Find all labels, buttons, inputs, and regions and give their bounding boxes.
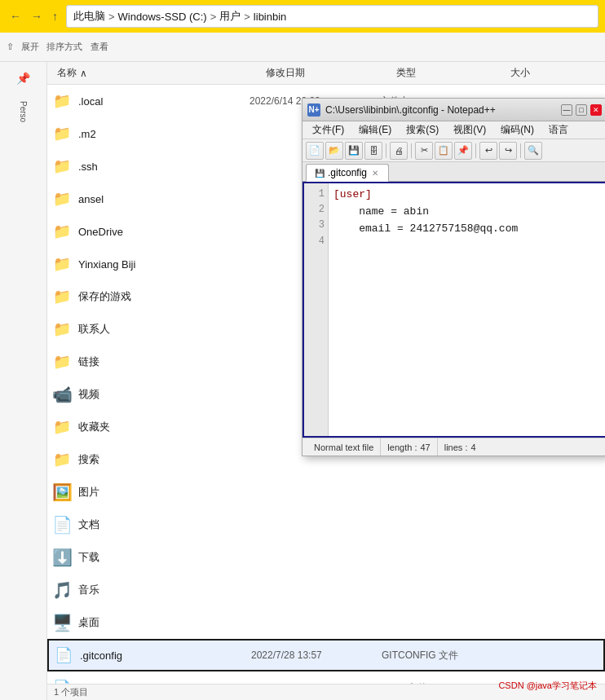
explorer-titlebar: ← → ↑ 此电脑 > Windows-SSD (C:) > 用户 > libi… [0, 0, 605, 33]
menu-view[interactable]: 视图(V) [447, 121, 492, 139]
notepad-title: C:\Users\libinbin\.gitconfig - Notepad++ [325, 104, 556, 116]
notepad-app-icon: N+ [307, 103, 320, 117]
toolbar-new[interactable]: 📄 [306, 142, 324, 160]
file-name: 下载 [78, 550, 250, 565]
code-line-2: name = abin [333, 205, 429, 218]
col-date-header[interactable]: 修改日期 [259, 66, 390, 80]
up-arrow[interactable]: ↑ [49, 8, 61, 24]
file-name: Yinxiang Biji [78, 258, 250, 271]
line-number: 2 [304, 202, 325, 218]
file-name: 文档 [78, 517, 250, 532]
toolbar-print[interactable]: 🖨 [390, 142, 408, 160]
list-item-gitconfig[interactable]: 📄 .gitconfig 2022/7/28 13:57 GITCONFIG 文… [47, 639, 605, 671]
toolbar-find[interactable]: 🔍 [524, 142, 542, 160]
col-size-label: 大小 [510, 67, 530, 78]
list-item[interactable]: ⬇️ 下载 [47, 541, 605, 574]
window-controls: — □ ✕ [561, 104, 602, 116]
file-name: 搜索 [78, 452, 250, 467]
maximize-button[interactable]: □ [576, 104, 587, 116]
line-number: 3 [304, 218, 325, 233]
toolbar-saveall[interactable]: 🗄 [364, 142, 382, 160]
toolbar-open[interactable]: 📂 [325, 142, 343, 160]
toolbar-paste[interactable]: 📌 [454, 142, 472, 160]
file-name: 音乐 [78, 583, 250, 597]
folder-icon: 📁 [51, 448, 73, 471]
notepad-toolbar: 📄 📂 💾 🗄 🖨 ✂ 📋 📌 ↩ ↪ 🔍 [302, 139, 605, 162]
nav-arrows: ← → ↑ [7, 8, 61, 24]
file-name: .m2 [78, 128, 250, 140]
pin-icon[interactable]: 📌 [14, 68, 33, 88]
list-item[interactable]: 🖥️ 桌面 [47, 606, 605, 639]
toolbar-redo[interactable]: ↪ [499, 142, 517, 160]
file-type: GITCONFIG 文件 [382, 649, 496, 663]
filetype-label: Normal text file [314, 442, 373, 452]
col-name-header[interactable]: 名称 ∧ [47, 66, 259, 80]
folder-music-icon: 🎵 [51, 579, 73, 601]
folder-icon: 📁 [51, 220, 73, 243]
tab-gitconfig[interactable]: 💾 .gitconfig ✕ [306, 164, 389, 182]
folder-desktop-icon: 🖥️ [51, 611, 73, 634]
folder-download-icon: ⬇️ [51, 546, 73, 569]
folder-doc-icon: 📄 [51, 513, 73, 536]
watermark: CSDN @java学习笔记本 [498, 680, 597, 692]
file-name: 收藏夹 [78, 420, 250, 434]
column-header: 名称 ∧ 修改日期 类型 大小 [47, 62, 605, 85]
breadcrumb-sep-0: > [108, 11, 115, 23]
menu-edit[interactable]: 编辑(E) [352, 121, 398, 139]
toolbar-text: ⇧ 展开 排序方式 查看 [7, 41, 108, 53]
notepad-menubar: 文件(F) 编辑(E) 搜索(S) 视图(V) 编码(N) 语言 [302, 121, 605, 139]
back-arrow[interactable]: ← [7, 8, 24, 24]
sidebar-label: Perso [19, 101, 28, 122]
code-line-3: email = 2412757158@qq.com [333, 222, 518, 235]
menu-encoding[interactable]: 编码(N) [494, 121, 541, 139]
col-type-label: 类型 [396, 67, 416, 78]
notepad-window: N+ C:\Users\libinbin\.gitconfig - Notepa… [302, 98, 605, 456]
menu-language[interactable]: 语言 [542, 121, 575, 139]
file-date: 2022/7/28 13:57 [251, 649, 382, 661]
breadcrumb-sep-1: > [210, 11, 217, 23]
toolbar-sep-3 [475, 143, 476, 158]
lines-value: 4 [470, 442, 475, 452]
close-button[interactable]: ✕ [590, 104, 602, 116]
notepad-editor[interactable]: 1 2 3 4 [user] name = abin email = 24127… [302, 182, 605, 438]
minimize-button[interactable]: — [561, 104, 572, 116]
keyword-user: [user] [333, 188, 372, 200]
length-value: 47 [420, 442, 430, 452]
list-item[interactable]: 🎵 音乐 [47, 574, 605, 606]
file-conf-icon: 📄 [51, 676, 73, 684]
tab-close-button[interactable]: ✕ [370, 168, 380, 178]
toolbar-save[interactable]: 💾 [345, 142, 363, 160]
file-gitconfig-icon: 📄 [52, 644, 75, 667]
status-filetype: Normal text file [307, 438, 381, 456]
explorer-toolbar: ⇧ 展开 排序方式 查看 [0, 33, 605, 62]
forward-arrow[interactable]: → [28, 8, 46, 24]
toolbar-undo[interactable]: ↩ [479, 142, 497, 160]
breadcrumb-part-0: 此电脑 [73, 9, 105, 24]
length-label: length : [387, 442, 417, 452]
breadcrumb-part-3: libinbin [254, 11, 286, 23]
status-length: length : 47 [381, 438, 437, 456]
list-item[interactable]: 🖼️ 图片 [47, 476, 605, 508]
toolbar-copy[interactable]: 📋 [435, 142, 453, 160]
menu-search[interactable]: 搜索(S) [400, 121, 445, 139]
file-name: .gitconfig [80, 649, 251, 662]
breadcrumb-sep-2: > [244, 11, 250, 23]
editor-content[interactable]: [user] name = abin email = 2412757158@qq… [329, 183, 605, 436]
folder-icon: 📁 [51, 122, 73, 145]
toolbar-cut[interactable]: ✂ [415, 142, 433, 160]
breadcrumb[interactable]: 此电脑 > Windows-SSD (C:) > 用户 > libinbin [66, 5, 598, 28]
folder-icon: 📁 [51, 155, 73, 178]
toolbar-sep-2 [411, 143, 412, 158]
toolbar-sep-1 [386, 143, 386, 158]
file-name: 桌面 [78, 615, 250, 630]
col-type-header[interactable]: 类型 [390, 66, 504, 80]
breadcrumb-part-1: Windows-SSD (C:) [118, 11, 207, 23]
col-size-header[interactable]: 大小 [504, 66, 605, 80]
list-item[interactable]: 📄 文档 [47, 508, 605, 541]
file-name: 图片 [78, 485, 250, 500]
explorer-status-text: 1 个项目 [54, 686, 88, 698]
folder-icon: 📁 [51, 253, 73, 275]
col-date-label: 修改日期 [266, 67, 305, 78]
folder-image-icon: 🖼️ [51, 481, 73, 504]
menu-file[interactable]: 文件(F) [306, 121, 351, 139]
